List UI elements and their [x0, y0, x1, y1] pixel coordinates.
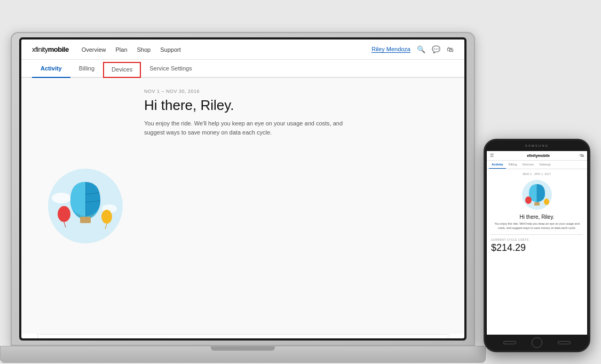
- hero-image: [37, 89, 133, 323]
- logo-xfinity: xfinity: [32, 45, 48, 53]
- phone-balloon-svg: [521, 179, 553, 211]
- phone-screen: ☰ xfinitymobile 🛍 Activity Billing Devic…: [487, 151, 587, 335]
- phone-cart-icon[interactable]: 🛍: [580, 153, 584, 158]
- phone-subtitle: You enjoy the ride. We'll help you keep …: [491, 222, 583, 230]
- phone-amount: $214.29: [491, 242, 583, 254]
- phone-date-range: MAR 2 · APR 1, 2017: [491, 172, 583, 176]
- phone: SAMSUNG ☰ xfinitymobile 🛍 Activity Billi…: [484, 139, 590, 352]
- scene: xfinitymobile Overview Plan Shop Support…: [11, 11, 590, 363]
- laptop-screen: xfinitymobile Overview Plan Shop Support…: [21, 39, 464, 338]
- phone-back-btn[interactable]: [503, 341, 516, 344]
- laptop-bezel: xfinitymobile Overview Plan Shop Support…: [19, 37, 466, 341]
- greeting: Hi there, Riley.: [144, 97, 448, 114]
- phone-tab-activity[interactable]: Activity: [489, 161, 506, 169]
- logo: xfinitymobile: [32, 45, 69, 53]
- search-icon[interactable]: 🔍: [417, 45, 425, 53]
- nav-support[interactable]: Support: [160, 46, 181, 53]
- nav-links: Overview Plan Shop Support: [82, 46, 372, 53]
- billing-section: $214.29 Plus Taxes & Fees CURRENT CYCLE …: [37, 334, 448, 338]
- main-content: NOV 1 – NOV 30, 2016 Hi there, Riley. Yo…: [21, 78, 464, 334]
- phone-recent-btn[interactable]: [558, 341, 571, 344]
- phone-bottom-bar: [485, 335, 589, 351]
- svg-point-9: [101, 210, 112, 224]
- phone-balloon: [491, 179, 583, 211]
- phone-cycle-label: CURRENT CYCLE COSTS: [491, 238, 583, 241]
- phone-brand: SAMSUNG: [525, 144, 549, 147]
- tabs-bar: Activity Billing Devices Service Setting…: [21, 60, 464, 78]
- laptop: xfinitymobile Overview Plan Shop Support…: [11, 32, 475, 363]
- phone-greeting: Hi there, Riley.: [491, 214, 583, 220]
- tab-devices[interactable]: Devices: [103, 62, 141, 78]
- balloon-illustration: [45, 166, 125, 246]
- hamburger-icon[interactable]: ☰: [490, 153, 494, 158]
- tab-activity[interactable]: Activity: [32, 60, 70, 77]
- subtitle: You enjoy the ride. We'll help you keep …: [144, 119, 347, 137]
- nav-plan[interactable]: Plan: [115, 46, 127, 53]
- phone-top-bar: SAMSUNG: [485, 140, 589, 151]
- cart-icon[interactable]: 🛍: [447, 45, 454, 53]
- svg-rect-4: [80, 217, 91, 223]
- nav-right: Riley Mendoza 🔍 💬 🛍: [371, 45, 454, 53]
- phone-tab-settings[interactable]: Settings: [536, 161, 553, 169]
- svg-rect-12: [534, 202, 540, 205]
- svg-point-7: [58, 206, 70, 222]
- nav-overview[interactable]: Overview: [82, 46, 106, 53]
- browser: xfinitymobile Overview Plan Shop Support…: [21, 39, 464, 338]
- phone-tab-devices[interactable]: Devices: [520, 161, 536, 169]
- phone-home-btn[interactable]: [532, 337, 542, 348]
- phone-nav: ☰ xfinitymobile 🛍: [487, 151, 587, 161]
- date-range: NOV 1 – NOV 30, 2016: [144, 89, 448, 94]
- phone-tabs: Activity Billing Devices Settings: [487, 161, 587, 169]
- chat-icon[interactable]: 💬: [432, 45, 440, 53]
- svg-point-1: [52, 193, 71, 203]
- user-name[interactable]: Riley Mendoza: [371, 46, 410, 53]
- logo-mobile: mobile: [48, 45, 69, 53]
- nav-shop[interactable]: Shop: [137, 46, 151, 53]
- tab-service-settings[interactable]: Service Settings: [141, 60, 200, 77]
- laptop-notch: [211, 346, 275, 351]
- svg-point-13: [525, 196, 532, 204]
- hero-text: NOV 1 – NOV 30, 2016 Hi there, Riley. Yo…: [144, 89, 448, 323]
- phone-content: MAR 2 · APR 1, 2017 Hi there, Riley. You…: [487, 169, 587, 257]
- laptop-body: xfinitymobile Overview Plan Shop Support…: [11, 32, 475, 346]
- svg-point-14: [544, 199, 549, 205]
- nav-bar: xfinitymobile Overview Plan Shop Support…: [21, 39, 464, 60]
- tab-billing[interactable]: Billing: [70, 60, 103, 77]
- laptop-base: [0, 346, 486, 363]
- phone-divider: [491, 234, 583, 235]
- phone-logo: xfinitymobile: [497, 154, 580, 157]
- phone-tab-billing[interactable]: Billing: [506, 161, 520, 169]
